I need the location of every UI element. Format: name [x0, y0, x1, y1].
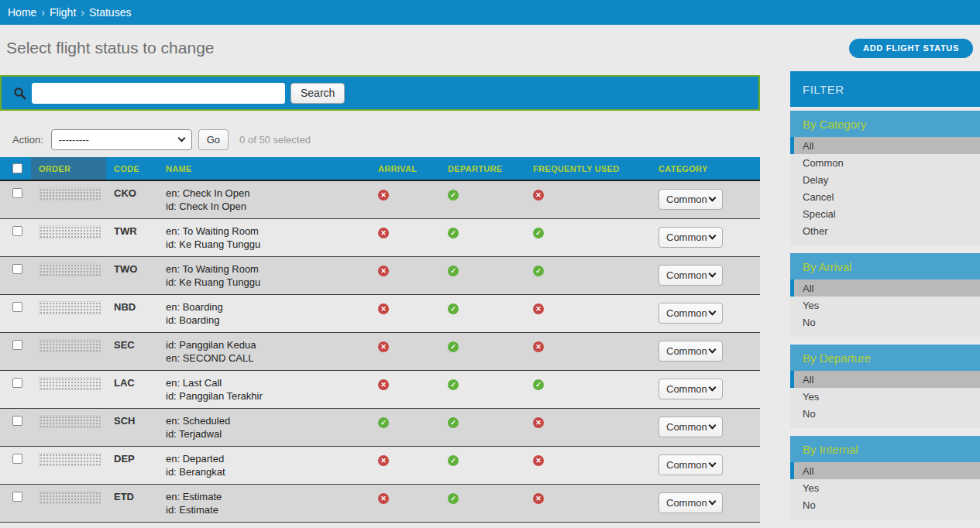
order-drag-handle[interactable]: [39, 415, 101, 428]
column-header-order[interactable]: ORDER: [39, 164, 70, 173]
status-name: en: To Waiting Room id: Ke Ruang Tunggu: [166, 262, 260, 289]
filter-option-common[interactable]: Common: [790, 154, 980, 171]
filter-section-title: By Departure: [790, 345, 980, 371]
filter-option-cancel[interactable]: Cancel: [790, 188, 980, 205]
filter-option-all[interactable]: All: [790, 137, 980, 154]
filter-option-delay[interactable]: Delay: [790, 171, 980, 188]
column-header-departure[interactable]: DEPARTURE: [448, 164, 502, 173]
row-checkbox[interactable]: [12, 416, 22, 426]
column-header-name[interactable]: NAME: [166, 164, 192, 173]
selection-count: 0 of 50 selected: [239, 134, 311, 146]
filter-option-list: AllYesNo: [790, 462, 980, 519]
filter-section: By Category AllCommonDelayCancelSpecialO…: [790, 111, 980, 245]
row-checkbox[interactable]: [12, 226, 22, 236]
row-checkbox[interactable]: [12, 454, 22, 464]
filter-option-special[interactable]: Special: [790, 205, 980, 222]
status-no-icon: ✕: [378, 493, 389, 504]
row-checkbox[interactable]: [12, 492, 22, 502]
category-select[interactable]: Common: [658, 341, 723, 362]
status-no-icon: ✕: [378, 379, 389, 390]
chevron-down-icon: [709, 498, 717, 506]
filter-option-yes[interactable]: Yes: [790, 388, 980, 405]
table-body: CKO en: Check In Open id: Check In Open …: [0, 181, 760, 523]
search-icon: [13, 87, 26, 100]
order-drag-handle[interactable]: [39, 301, 101, 314]
select-all-checkbox[interactable]: [12, 163, 22, 173]
category-select[interactable]: Common: [658, 227, 723, 248]
search-input[interactable]: [32, 83, 285, 104]
status-no-icon: ✕: [378, 303, 389, 314]
chevron-down-icon: [709, 384, 717, 392]
filter-option-all[interactable]: All: [790, 462, 980, 479]
order-drag-handle[interactable]: [39, 263, 101, 276]
category-select[interactable]: Common: [658, 417, 723, 437]
status-no-icon: ✕: [378, 190, 389, 201]
filter-section-title: By Category: [790, 111, 980, 137]
category-select[interactable]: Common: [658, 454, 723, 475]
category-select[interactable]: Common: [658, 379, 723, 399]
action-select[interactable]: ---------: [51, 129, 192, 150]
row-checkbox[interactable]: [12, 340, 22, 350]
row-checkbox[interactable]: [12, 188, 22, 198]
breadcrumb-item-flight[interactable]: Flight: [50, 6, 76, 19]
category-select-value: Common: [666, 231, 707, 243]
column-header-code[interactable]: CODE: [114, 164, 139, 173]
status-yes-icon: ✓: [533, 228, 544, 238]
status-no-icon: ✕: [533, 303, 544, 314]
status-name-line-2: id: Boarding: [166, 314, 223, 327]
status-code: SCH: [114, 415, 135, 427]
filter-option-all[interactable]: All: [790, 371, 980, 388]
order-drag-handle[interactable]: [39, 225, 101, 238]
order-drag-handle[interactable]: [39, 377, 101, 390]
status-code: TWR: [114, 225, 137, 237]
status-name-line-2: id: Terjadwal: [166, 427, 230, 441]
status-yes-icon: ✓: [448, 379, 459, 390]
category-select-value: Common: [666, 459, 707, 471]
filter-option-no[interactable]: No: [790, 405, 980, 422]
status-no-icon: ✕: [378, 266, 389, 276]
category-select-value: Common: [666, 194, 707, 205]
page-title: Select flight status to change: [6, 39, 215, 57]
filter-option-yes[interactable]: Yes: [790, 479, 980, 496]
order-drag-handle[interactable]: [39, 491, 101, 504]
go-button[interactable]: Go: [198, 129, 229, 150]
column-header-category[interactable]: CATEGORY: [658, 164, 708, 173]
category-select[interactable]: Common: [658, 189, 723, 210]
search-button[interactable]: Search: [291, 83, 345, 104]
status-name-line-1: en: Last Call: [166, 376, 263, 389]
table-row: TWO en: To Waiting Room id: Ke Ruang Tun…: [0, 257, 760, 295]
filter-option-all[interactable]: All: [790, 279, 980, 297]
column-header-frequently-used[interactable]: FREQUENTLY USED: [533, 164, 619, 173]
filter-option-no[interactable]: No: [790, 496, 980, 513]
status-yes-icon: ✓: [448, 341, 459, 352]
status-code: CKO: [114, 187, 136, 199]
row-checkbox[interactable]: [12, 378, 22, 388]
action-row: Action: --------- Go 0 of 50 selected: [0, 122, 760, 157]
order-drag-handle[interactable]: [39, 187, 101, 201]
status-name: en: Scheduled id: Terjadwal: [166, 414, 230, 441]
add-flight-status-button[interactable]: ADD FLIGHT STATUS: [849, 39, 973, 58]
filter-option-no[interactable]: No: [790, 314, 980, 331]
breadcrumb-item-statuses: Statuses: [89, 6, 131, 19]
order-drag-handle[interactable]: [39, 453, 101, 466]
status-name: en: Boarding id: Boarding: [166, 300, 223, 327]
breadcrumb-item-home[interactable]: Home: [8, 6, 36, 19]
order-drag-handle[interactable]: [39, 339, 101, 352]
filter-option-other[interactable]: Other: [790, 222, 980, 239]
status-code: TWO: [114, 263, 137, 275]
filter-section: By Departure AllYesNo: [790, 345, 980, 428]
category-select[interactable]: Common: [658, 303, 723, 324]
status-name: en: Check In Open id: Check In Open: [166, 187, 249, 213]
filter-section-title: By Internal: [790, 436, 980, 462]
category-select-value: Common: [666, 307, 707, 319]
status-name-line-2: id: Berangkat: [166, 465, 225, 478]
category-select[interactable]: Common: [658, 265, 723, 286]
category-select[interactable]: Common: [658, 492, 723, 513]
column-header-arrival[interactable]: ARRIVAL: [378, 164, 417, 173]
status-code: LAC: [114, 377, 135, 389]
status-yes-icon: ✓: [448, 303, 459, 314]
status-name-line-2: id: Ke Ruang Tunggu: [166, 276, 260, 289]
filter-option-yes[interactable]: Yes: [790, 297, 980, 314]
row-checkbox[interactable]: [12, 264, 22, 274]
row-checkbox[interactable]: [12, 302, 22, 312]
